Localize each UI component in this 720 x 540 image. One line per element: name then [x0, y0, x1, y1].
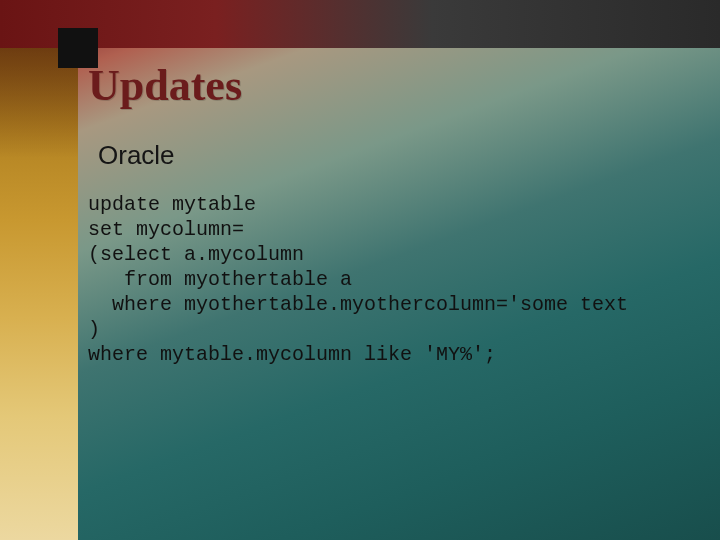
slide: Updates Oracle update mytable set mycolu…	[0, 0, 720, 540]
left-accent-band	[0, 48, 78, 540]
slide-title: Updates	[88, 60, 242, 111]
code-block: update mytable set mycolumn= (select a.m…	[88, 192, 720, 367]
top-accent-band	[0, 0, 720, 48]
slide-subtitle: Oracle	[98, 140, 175, 171]
